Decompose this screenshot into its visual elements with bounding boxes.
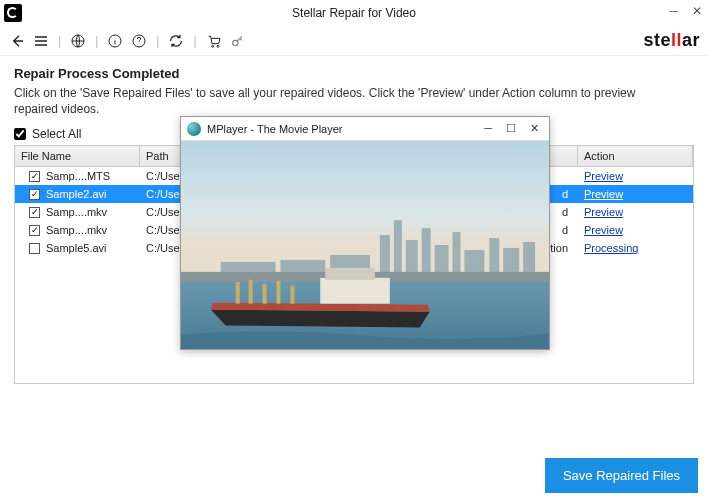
select-all-checkbox[interactable] — [14, 128, 26, 140]
svg-rect-24 — [236, 282, 240, 304]
svg-point-5 — [232, 40, 237, 45]
col-header-file[interactable]: File Name — [15, 146, 140, 166]
svg-rect-23 — [325, 268, 375, 280]
action-link[interactable]: Preview — [578, 204, 693, 220]
player-video-area — [181, 141, 549, 349]
svg-rect-9 — [394, 220, 402, 275]
svg-rect-25 — [249, 280, 253, 304]
row-checkbox[interactable] — [29, 243, 40, 254]
player-maximize-icon[interactable]: ☐ — [506, 122, 516, 135]
file-name: Sample5.avi — [46, 242, 107, 254]
info-icon[interactable] — [106, 32, 124, 50]
app-icon — [4, 4, 22, 22]
svg-rect-22 — [320, 278, 390, 304]
back-button[interactable] — [8, 32, 26, 50]
svg-rect-10 — [406, 240, 418, 275]
action-link[interactable]: Processing — [578, 240, 693, 256]
action-link[interactable]: Preview — [578, 222, 693, 238]
player-close-icon[interactable]: ✕ — [530, 122, 539, 135]
close-icon[interactable]: ✕ — [692, 4, 702, 18]
svg-rect-15 — [489, 238, 499, 275]
player-minimize-icon[interactable]: ─ — [484, 122, 492, 135]
help-icon[interactable] — [130, 32, 148, 50]
refresh-icon[interactable] — [167, 32, 185, 50]
player-title: MPlayer - The Movie Player — [207, 123, 478, 135]
svg-rect-16 — [503, 248, 519, 275]
row-checkbox[interactable] — [29, 225, 40, 236]
row-checkbox[interactable] — [29, 207, 40, 218]
action-link[interactable]: Preview — [578, 168, 693, 184]
svg-rect-17 — [523, 242, 535, 275]
file-name: Samp....mkv — [46, 224, 107, 236]
col-header-action[interactable]: Action — [578, 146, 693, 166]
svg-rect-27 — [276, 281, 280, 304]
file-name: Samp....mkv — [46, 206, 107, 218]
key-icon[interactable] — [229, 32, 247, 50]
svg-rect-11 — [422, 228, 431, 275]
menu-icon[interactable] — [32, 32, 50, 50]
brand-logo: stellar — [643, 30, 700, 51]
media-player-window[interactable]: MPlayer - The Movie Player ─ ☐ ✕ — [180, 116, 550, 350]
file-name: Samp....MTS — [46, 170, 110, 182]
svg-rect-28 — [290, 286, 294, 304]
select-all-label: Select All — [32, 127, 81, 141]
window-title: Stellar Repair for Video — [292, 6, 416, 20]
file-name: Sample2.avi — [46, 188, 107, 200]
svg-rect-26 — [263, 284, 267, 304]
globe-icon[interactable] — [69, 32, 87, 50]
svg-rect-12 — [435, 245, 449, 275]
minimize-icon[interactable]: ─ — [669, 4, 678, 18]
svg-rect-8 — [380, 235, 390, 275]
save-repaired-files-button[interactable]: Save Repaired Files — [545, 458, 698, 493]
page-subtext: Click on the 'Save Repaired Files' to sa… — [14, 85, 674, 117]
row-checkbox[interactable] — [29, 171, 40, 182]
svg-rect-13 — [453, 232, 461, 275]
mplayer-icon — [187, 122, 201, 136]
row-checkbox[interactable] — [29, 189, 40, 200]
svg-point-3 — [211, 45, 213, 47]
svg-point-4 — [217, 45, 219, 47]
action-link[interactable]: Preview — [578, 186, 693, 202]
page-heading: Repair Process Completed — [14, 66, 694, 81]
svg-rect-14 — [464, 250, 484, 275]
cart-icon[interactable] — [205, 32, 223, 50]
